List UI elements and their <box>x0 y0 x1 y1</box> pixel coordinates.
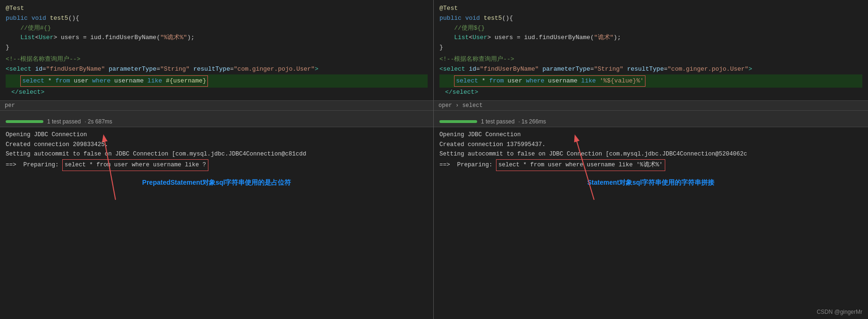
left-annotation: @Test <box>6 4 428 14</box>
left-arrow-area: PrepatedStatement对象sql字符串使用的是占位符 <box>0 174 433 202</box>
right-method-sig: public void test5(){ <box>439 14 862 24</box>
right-console: Opening JDBC Connection Created connecti… <box>434 127 868 174</box>
main-container: @Test public void test5(){ //使用#{} List<… <box>0 0 868 319</box>
right-test-time: · 1s 266ms <box>518 118 546 125</box>
right-breadcrumb: oper › select <box>434 100 868 111</box>
left-test-passed-bar <box>6 120 43 123</box>
left-breadcrumb: per <box>0 100 433 111</box>
left-xml-close: </select> <box>6 88 428 100</box>
right-xml-close: </select> <box>439 88 862 100</box>
right-arrow-area: Statement对象sql字符串使用的字符串拼接 <box>434 174 868 202</box>
left-console: Opening JDBC Connection Created connecti… <box>0 127 433 174</box>
right-annotation: @Test <box>439 4 862 14</box>
left-test-label: 1 test passed <box>47 118 81 125</box>
right-xml-block: <!--根据名称查询用户--> <select id="findUserByNa… <box>434 55 868 100</box>
left-bottom-label: PrepatedStatement对象sql字符串使用的是占位符 <box>142 179 291 186</box>
left-console-line-4: ==> Preparing: select * from user where … <box>6 159 428 171</box>
right-test-passed-bar <box>439 120 477 123</box>
left-code-block: @Test public void test5(){ //使用#{} List<… <box>0 0 433 55</box>
right-sql-highlight: select * from user where username like '… <box>454 75 645 87</box>
left-test-result: 1 test passed · 2s 687ms <box>0 116 433 127</box>
left-preparing-sql: select * from user where username like ? <box>62 159 208 171</box>
right-xml-open: <select id="findUserByName" parameterTyp… <box>439 65 862 74</box>
left-list-line: List<User> users = iud.findUserByName("%… <box>6 33 428 43</box>
left-xml-comment: <!--根据名称查询用户--> <box>6 55 428 65</box>
right-code-block: @Test public void test5(){ //使用${} List<… <box>434 0 868 55</box>
right-console-line-4: ==> Preparing: select * from user where … <box>439 159 862 171</box>
left-console-line-1: Opening JDBC Connection <box>6 130 428 140</box>
left-bottom-label-area: PrepatedStatement对象sql字符串使用的是占位符 <box>0 174 433 190</box>
left-sql-highlight: select * from user where username like #… <box>20 75 208 87</box>
footer-label: CSDN @gingerMr <box>817 309 862 315</box>
right-console-line-2: Created connection 1375995437. <box>439 140 862 150</box>
left-xml-open: <select id="findUserByName" parameterTyp… <box>6 65 428 74</box>
left-method-sig: public void test5(){ <box>6 14 428 24</box>
left-xml-block: <!--根据名称查询用户--> <select id="findUserByNa… <box>0 55 433 100</box>
right-comment: //使用${} <box>439 24 862 33</box>
right-bottom-label-area: Statement对象sql字符串使用的字符串拼接 <box>434 174 868 190</box>
right-test-result: 1 test passed · 1s 266ms <box>434 116 868 127</box>
left-sql-line: select * from user where username like #… <box>6 74 428 88</box>
right-bottom-label: Statement对象sql字符串使用的字符串拼接 <box>587 179 715 186</box>
right-close: } <box>439 43 862 53</box>
right-xml-comment: <!--根据名称查询用户--> <box>439 55 862 65</box>
right-sql-line: select * from user where username like '… <box>439 74 862 88</box>
right-console-line-3: Setting autocommit to false on JDBC Conn… <box>439 149 862 159</box>
right-preparing-sql: select * from user where username like '… <box>496 159 665 171</box>
right-console-line-1: Opening JDBC Connection <box>439 130 862 140</box>
right-test-label: 1 test passed <box>481 118 514 125</box>
left-close: } <box>6 43 428 53</box>
left-console-line-2: Created connection 209833425. <box>6 140 428 150</box>
right-list-line: List<User> users = iud.findUserByName("诡… <box>439 33 862 43</box>
left-comment: //使用#{} <box>6 24 428 33</box>
left-console-line-3: Setting autocommit to false on JDBC Conn… <box>6 149 428 159</box>
left-test-time: · 2s 687ms <box>84 118 112 125</box>
